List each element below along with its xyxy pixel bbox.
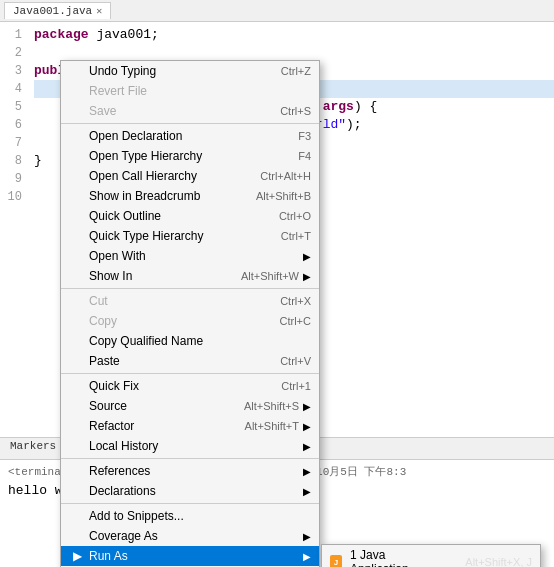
menu-label: Add to Snippets... xyxy=(89,509,311,523)
submenu-arrow-icon: ▶ xyxy=(303,421,311,432)
menu-item-quick-type-hierarchy[interactable]: Quick Type Hierarchy Ctrl+T xyxy=(61,226,319,246)
menu-item-refactor[interactable]: Refactor Alt+Shift+T ▶ xyxy=(61,416,319,436)
menu-item-declarations[interactable]: Declarations ▶ xyxy=(61,481,319,501)
menu-separator xyxy=(61,288,319,289)
menu-shortcut: F4 xyxy=(298,150,311,162)
menu-item-open-call-hierarchy[interactable]: Open Call Hierarchy Ctrl+Alt+H xyxy=(61,166,319,186)
menu-item-coverage-as[interactable]: Coverage As ▶ xyxy=(61,526,319,546)
menu-label: Quick Outline xyxy=(89,209,259,223)
submenu-arrow-icon: ▶ xyxy=(303,531,311,542)
run-as-submenu: J 1 Java Application Alt+Shift+X, J Run … xyxy=(321,544,541,567)
menu-label: Open With xyxy=(89,249,299,263)
submenu-arrow-icon: ▶ xyxy=(303,401,311,412)
menu-label: 1 Java Application xyxy=(350,548,445,567)
java-icon: J xyxy=(330,555,342,567)
submenu-arrow-icon: ▶ xyxy=(303,251,311,262)
menu-label: References xyxy=(89,464,299,478)
menu-item-copy[interactable]: Copy Ctrl+C xyxy=(61,311,319,331)
menu-item-save[interactable]: Save Ctrl+S xyxy=(61,101,319,121)
submenu-arrow-icon: ▶ xyxy=(303,271,311,282)
menu-label: Show In xyxy=(89,269,221,283)
submenu-arrow-icon: ▶ xyxy=(303,486,311,497)
submenu-arrow-icon: ▶ xyxy=(303,551,311,562)
menu-shortcut: Alt+Shift+X, J xyxy=(465,556,532,567)
menu-label: Save xyxy=(89,104,260,118)
menu-separator xyxy=(61,123,319,124)
submenu-arrow-icon: ▶ xyxy=(303,466,311,477)
menu-label: Source xyxy=(89,399,224,413)
menu-label: Copy Qualified Name xyxy=(89,334,311,348)
menu-shortcut: F3 xyxy=(298,130,311,142)
menu-item-quick-outline[interactable]: Quick Outline Ctrl+O xyxy=(61,206,319,226)
menu-label: Paste xyxy=(89,354,260,368)
editor-tab[interactable]: Java001.java ✕ xyxy=(4,2,111,19)
menu-shortcut: Ctrl+1 xyxy=(281,380,311,392)
tab-label: Java001.java xyxy=(13,5,92,17)
menu-shortcut: Ctrl+X xyxy=(280,295,311,307)
menu-shortcut: Ctrl+V xyxy=(280,355,311,367)
menu-separator xyxy=(61,503,319,504)
menu-label: Copy xyxy=(89,314,260,328)
menu-item-quick-fix[interactable]: Quick Fix Ctrl+1 xyxy=(61,376,319,396)
menu-item-open-type-hierarchy[interactable]: Open Type Hierarchy F4 xyxy=(61,146,319,166)
menu-label: Quick Type Hierarchy xyxy=(89,229,261,243)
menu-label: Show in Breadcrumb xyxy=(89,189,236,203)
code-line: package java001; xyxy=(34,26,554,44)
menu-label: Open Call Hierarchy xyxy=(89,169,240,183)
tab-bar: Java001.java ✕ xyxy=(0,0,554,22)
run-icon: ▶ xyxy=(69,548,85,564)
menu-shortcut: Ctrl+Alt+H xyxy=(260,170,311,182)
menu-label: Open Type Hierarchy xyxy=(89,149,278,163)
menu-item-paste[interactable]: Paste Ctrl+V xyxy=(61,351,319,371)
java-app-icon: J xyxy=(330,554,346,567)
menu-label: Open Declaration xyxy=(89,129,278,143)
menu-item-undo-typing[interactable]: Undo Typing Ctrl+Z xyxy=(61,61,319,81)
menu-item-show-in[interactable]: Show In Alt+Shift+W ▶ xyxy=(61,266,319,286)
menu-label: Local History xyxy=(89,439,299,453)
menu-shortcut: Ctrl+Z xyxy=(281,65,311,77)
context-menu: Undo Typing Ctrl+Z Revert File Save Ctrl… xyxy=(60,60,320,567)
submenu-arrow-icon: ▶ xyxy=(303,441,311,452)
submenu-item-java-app[interactable]: J 1 Java Application Alt+Shift+X, J xyxy=(322,545,540,567)
menu-label: Quick Fix xyxy=(89,379,261,393)
menu-item-references[interactable]: References ▶ xyxy=(61,461,319,481)
menu-label: Cut xyxy=(89,294,260,308)
menu-label: Undo Typing xyxy=(89,64,261,78)
menu-shortcut: Alt+Shift+W xyxy=(241,270,299,282)
menu-separator xyxy=(61,458,319,459)
menu-label: Refactor xyxy=(89,419,225,433)
menu-label: Coverage As xyxy=(89,529,299,543)
menu-label: Run As xyxy=(89,549,299,563)
menu-item-open-with[interactable]: Open With ▶ xyxy=(61,246,319,266)
menu-item-open-declaration[interactable]: Open Declaration F3 xyxy=(61,126,319,146)
menu-shortcut: Alt+Shift+S xyxy=(244,400,299,412)
menu-item-source[interactable]: Source Alt+Shift+S ▶ xyxy=(61,396,319,416)
close-icon[interactable]: ✕ xyxy=(96,5,102,17)
menu-label: Revert File xyxy=(89,84,311,98)
menu-item-copy-qualified-name[interactable]: Copy Qualified Name xyxy=(61,331,319,351)
menu-shortcut: Ctrl+O xyxy=(279,210,311,222)
menu-shortcut: Ctrl+C xyxy=(280,315,311,327)
menu-shortcut: Ctrl+T xyxy=(281,230,311,242)
menu-label: Declarations xyxy=(89,484,299,498)
menu-item-cut[interactable]: Cut Ctrl+X xyxy=(61,291,319,311)
markers-tab[interactable]: Markers xyxy=(0,438,67,459)
menu-shortcut: Ctrl+S xyxy=(280,105,311,117)
menu-shortcut: Alt+Shift+B xyxy=(256,190,311,202)
menu-item-local-history[interactable]: Local History ▶ xyxy=(61,436,319,456)
menu-shortcut: Alt+Shift+T xyxy=(245,420,299,432)
menu-item-add-to-snippets[interactable]: Add to Snippets... xyxy=(61,506,319,526)
menu-separator xyxy=(61,373,319,374)
line-numbers: 1 2 3 4 5 6 7 8 9 10 xyxy=(0,26,30,206)
menu-item-run-as[interactable]: ▶ Run As ▶ J 1 Java Application Alt+Shif… xyxy=(61,546,319,566)
menu-item-revert-file[interactable]: Revert File xyxy=(61,81,319,101)
menu-item-show-in-breadcrumb[interactable]: Show in Breadcrumb Alt+Shift+B xyxy=(61,186,319,206)
